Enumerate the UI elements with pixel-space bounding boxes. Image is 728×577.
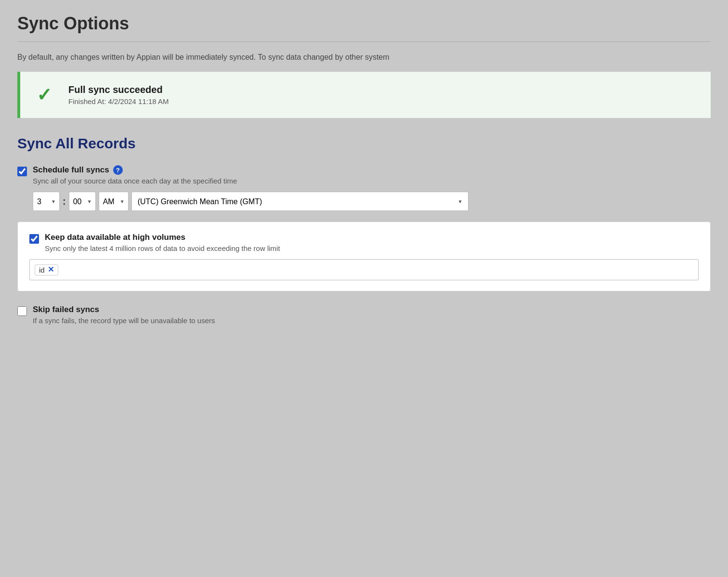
id-tag: id ✕ — [35, 264, 58, 275]
time-colon: : — [63, 196, 66, 207]
success-banner: ✓ Full sync succeeded Finished At: 4/2/2… — [17, 72, 711, 118]
page-title: Sync Options — [17, 13, 711, 34]
skip-failed-content: Skip failed syncs If a sync fails, the r… — [33, 305, 215, 325]
keep-data-description: Sync only the latest 4 million rows of d… — [45, 244, 280, 252]
section-title: Sync All Records — [17, 135, 711, 152]
schedule-full-syncs-label: Schedule full syncs ? — [33, 165, 237, 175]
schedule-help-icon[interactable]: ? — [113, 165, 123, 175]
keep-data-checkbox[interactable] — [29, 234, 39, 244]
skip-failed-row: Skip failed syncs If a sync fails, the r… — [17, 305, 711, 325]
schedule-full-syncs-content: Schedule full syncs ? Sync all of your s… — [33, 165, 237, 185]
description-text: By default, any changes written by Appia… — [17, 52, 711, 63]
keep-data-content: Keep data available at high volumes Sync… — [45, 233, 280, 252]
minute-select[interactable]: 00 153045 — [69, 192, 96, 211]
hour-select-wrapper: 3 1245 6789 101112 — [33, 192, 60, 211]
schedule-full-syncs-description: Sync all of your source data once each d… — [33, 177, 237, 185]
page-container: Sync Options By default, any changes wri… — [0, 0, 728, 354]
skip-failed-label: Skip failed syncs — [33, 305, 215, 315]
success-subtitle: Finished At: 4/2/2024 11:18 AM — [68, 97, 169, 105]
skip-failed-checkbox[interactable] — [17, 306, 27, 316]
success-checkmark-icon: ✓ — [37, 84, 52, 105]
hour-select[interactable]: 3 1245 6789 101112 — [33, 192, 60, 211]
schedule-full-syncs-row: Schedule full syncs ? Sync all of your s… — [17, 165, 711, 185]
high-volumes-card: Keep data available at high volumes Sync… — [17, 222, 711, 291]
success-icon-container: ✓ — [30, 80, 59, 109]
section-divider — [17, 41, 711, 42]
success-title: Full sync succeeded — [68, 84, 169, 95]
tag-value: id — [39, 266, 45, 274]
skip-failed-section: Skip failed syncs If a sync fails, the r… — [17, 305, 711, 325]
tag-remove-button[interactable]: ✕ — [48, 266, 54, 274]
skip-failed-description: If a sync fails, the record type will be… — [33, 316, 215, 325]
timezone-select[interactable]: (UTC) Greenwich Mean Time (GMT) (UTC+01:… — [131, 192, 468, 211]
keep-data-label: Keep data available at high volumes — [45, 233, 280, 242]
period-select-wrapper: AM PM — [99, 192, 129, 211]
keep-data-row: Keep data available at high volumes Sync… — [29, 233, 699, 252]
minute-select-wrapper: 00 153045 — [69, 192, 96, 211]
schedule-full-syncs-checkbox[interactable] — [17, 167, 27, 176]
tag-input-area[interactable]: id ✕ — [29, 259, 699, 280]
success-content: Full sync succeeded Finished At: 4/2/202… — [68, 84, 169, 105]
time-picker-row: 3 1245 6789 101112 : 00 153045 AM PM (UT… — [33, 192, 711, 211]
timezone-select-wrapper: (UTC) Greenwich Mean Time (GMT) (UTC+01:… — [131, 192, 468, 211]
period-select[interactable]: AM PM — [99, 192, 129, 211]
